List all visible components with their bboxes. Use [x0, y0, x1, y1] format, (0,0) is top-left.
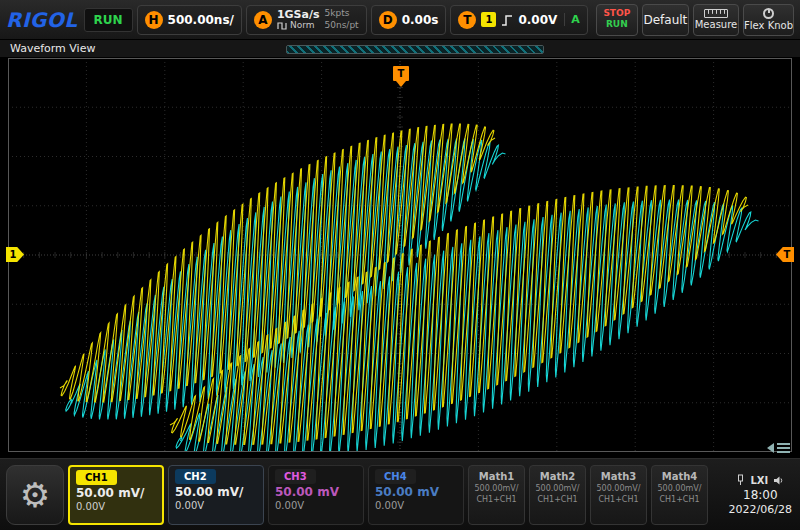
- run-label: RUN: [606, 20, 628, 30]
- horizontal-scale-value: 500.00ns/: [168, 13, 234, 27]
- remote-connector-icon: [736, 474, 745, 486]
- math1-label: Math1: [479, 471, 515, 482]
- knob-icon: [763, 8, 774, 19]
- channel3-label: CH3: [275, 469, 316, 484]
- math1-tile[interactable]: Math1 500.00mV/ CH1+CH1: [468, 465, 525, 525]
- rigol-logo: RIGOL: [6, 8, 78, 32]
- math4-tile[interactable]: Math4 500.00mV/ CH1+CH1: [651, 465, 708, 525]
- speaker-icon: [773, 475, 784, 486]
- square-wave-icon: [277, 21, 287, 30]
- channel4-label: CH4: [375, 469, 416, 484]
- math1-scale: 500.00mV/: [475, 484, 519, 493]
- trigger-sweep-mode: A: [564, 13, 580, 26]
- math4-label: Math4: [662, 471, 698, 482]
- horizontal-scale-control[interactable]: H 500.00ns/: [137, 5, 242, 35]
- math3-tile[interactable]: Math3 500.00mV/ CH1+CH1: [590, 465, 647, 525]
- math1-expression: CH1+CH1: [476, 495, 516, 504]
- channel4-tile[interactable]: CH4 50.00 mV 0.00V: [368, 465, 464, 525]
- rising-edge-icon: [501, 13, 513, 27]
- trigger-position-marker[interactable]: T: [393, 66, 409, 81]
- channel2-scale: 50.00 mV/: [175, 485, 257, 499]
- trigger-source-badge: 1: [481, 12, 496, 27]
- run-status-button[interactable]: RUN: [84, 8, 133, 32]
- math2-scale: 500.00mV/: [536, 484, 580, 493]
- lxi-indicator: LXI: [750, 475, 768, 486]
- top-toolbar: RIGOL RUN H 500.00ns/ A 1GSa/s Norm 5kpt…: [0, 0, 800, 40]
- math3-label: Math3: [601, 471, 637, 482]
- tab-waveform-view[interactable]: Waveform View: [10, 42, 95, 55]
- delay-control[interactable]: D 0.00s: [371, 5, 447, 35]
- graticule-canvas: [8, 58, 792, 452]
- acquisition-control[interactable]: A 1GSa/s Norm 5kpts 50ns/pt: [246, 5, 367, 35]
- measure-button[interactable]: Measure: [693, 4, 739, 36]
- stop-run-button[interactable]: STOP RUN: [596, 4, 638, 36]
- scrollbar-hatch: [287, 46, 543, 53]
- delay-icon: D: [379, 11, 397, 29]
- channel1-scale: 50.00 mV/: [76, 486, 156, 500]
- arrow-left-icon: [767, 443, 774, 453]
- channel4-offset: 0.00V: [375, 500, 457, 511]
- trigger-icon: T: [458, 11, 476, 29]
- hamburger-icon: [777, 443, 790, 453]
- collapse-menu-button[interactable]: [767, 443, 790, 453]
- ruler-icon: [704, 9, 728, 18]
- acquire-mode: Norm: [290, 21, 315, 31]
- channel4-scale: 50.00 mV: [375, 485, 457, 499]
- sample-rate: 1GSa/s: [277, 9, 320, 21]
- settings-gear-button[interactable]: ⚙: [6, 465, 64, 525]
- clock-time: 18:00: [743, 488, 778, 502]
- channel1-tile[interactable]: CH1 50.00 mV/ 0.00V: [68, 465, 164, 525]
- channel2-tile[interactable]: CH2 50.00 mV/ 0.00V: [168, 465, 264, 525]
- flex-knob-button[interactable]: Flex Knob: [743, 4, 794, 36]
- math2-label: Math2: [540, 471, 576, 482]
- flex-knob-label: Flex Knob: [744, 20, 793, 31]
- channel3-tile[interactable]: CH3 50.00 mV 0.00V: [268, 465, 364, 525]
- acquire-icon: A: [254, 11, 272, 29]
- status-block: LXI 18:00 2022/06/28: [729, 474, 794, 516]
- gear-icon: ⚙: [20, 478, 50, 512]
- math2-expression: CH1+CH1: [537, 495, 577, 504]
- channel2-offset: 0.00V: [175, 500, 257, 511]
- delay-value: 0.00s: [402, 13, 439, 27]
- math4-expression: CH1+CH1: [659, 495, 699, 504]
- math3-scale: 500.00mV/: [597, 484, 641, 493]
- bottom-status-bar: ⚙ CH1 50.00 mV/ 0.00V CH2 50.00 mV/ 0.00…: [0, 458, 800, 530]
- trigger-level-value: 0.00V: [518, 13, 557, 27]
- default-label: Default: [643, 13, 687, 27]
- memory-position-scrollbar[interactable]: [286, 45, 544, 54]
- sample-resolution: 50ns/pt: [325, 20, 359, 31]
- stop-label: STOP: [603, 9, 630, 19]
- measure-label: Measure: [695, 19, 738, 30]
- waveform-display[interactable]: [8, 58, 792, 452]
- memory-depth: 5kpts: [325, 8, 359, 19]
- trigger-control[interactable]: T 1 0.00V A: [450, 5, 587, 35]
- channel3-offset: 0.00V: [275, 500, 357, 511]
- horizontal-icon: H: [145, 11, 163, 29]
- math2-tile[interactable]: Math2 500.00mV/ CH1+CH1: [529, 465, 586, 525]
- channel3-scale: 50.00 mV: [275, 485, 357, 499]
- channel1-offset: 0.00V: [76, 501, 156, 512]
- channel1-label: CH1: [76, 470, 117, 485]
- math4-scale: 500.00mV/: [658, 484, 702, 493]
- math3-expression: CH1+CH1: [598, 495, 638, 504]
- default-button[interactable]: Default: [642, 4, 689, 36]
- clock-date: 2022/06/28: [729, 503, 792, 516]
- channel2-label: CH2: [175, 469, 216, 484]
